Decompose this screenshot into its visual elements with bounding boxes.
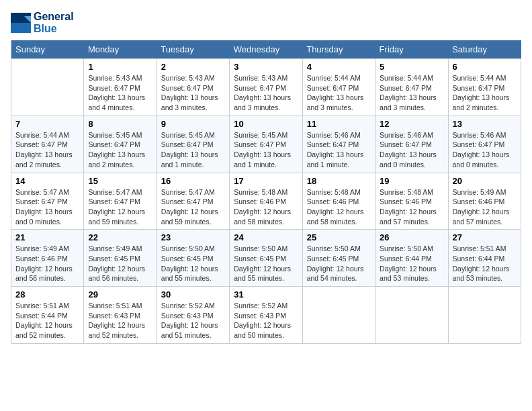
day-number: 5 — [380, 62, 443, 72]
day-info: Sunrise: 5:49 AMSunset: 6:46 PMDaylight:… — [453, 187, 517, 227]
week-row-5: 28Sunrise: 5:51 AMSunset: 6:44 PMDayligh… — [11, 287, 521, 344]
day-cell: 7Sunrise: 5:44 AMSunset: 6:47 PMDaylight… — [11, 116, 84, 173]
day-cell: 10Sunrise: 5:45 AMSunset: 6:47 PMDayligh… — [230, 116, 302, 173]
day-cell: 20Sunrise: 5:49 AMSunset: 6:46 PMDayligh… — [448, 173, 521, 230]
day-info: Sunrise: 5:44 AMSunset: 6:47 PMDaylight:… — [453, 73, 517, 113]
day-cell: 3Sunrise: 5:43 AMSunset: 6:47 PMDaylight… — [230, 59, 302, 116]
day-number: 21 — [15, 232, 79, 242]
col-header-sunday: Sunday — [11, 40, 84, 59]
day-number: 29 — [88, 289, 152, 300]
day-cell: 29Sunrise: 5:51 AMSunset: 6:43 PMDayligh… — [84, 287, 157, 344]
calendar-header-row: SundayMondayTuesdayWednesdayThursdayFrid… — [11, 40, 521, 59]
day-info: Sunrise: 5:45 AMSunset: 6:47 PMDaylight:… — [234, 130, 298, 170]
day-info: Sunrise: 5:48 AMSunset: 6:46 PMDaylight:… — [234, 187, 298, 227]
day-number: 4 — [307, 62, 371, 72]
day-cell: 1Sunrise: 5:43 AMSunset: 6:47 PMDaylight… — [84, 59, 157, 116]
day-number: 13 — [453, 119, 517, 129]
day-cell: 5Sunrise: 5:44 AMSunset: 6:47 PMDaylight… — [375, 59, 448, 116]
day-cell: 31Sunrise: 5:52 AMSunset: 6:43 PMDayligh… — [230, 287, 302, 344]
day-number: 9 — [161, 119, 225, 129]
day-info: Sunrise: 5:50 AMSunset: 6:45 PMDaylight:… — [307, 244, 371, 283]
day-info: Sunrise: 5:44 AMSunset: 6:47 PMDaylight:… — [15, 130, 79, 170]
day-number: 1 — [88, 62, 152, 72]
day-info: Sunrise: 5:44 AMSunset: 6:47 PMDaylight:… — [307, 73, 371, 113]
day-cell: 13Sunrise: 5:46 AMSunset: 6:47 PMDayligh… — [448, 116, 521, 173]
day-info: Sunrise: 5:48 AMSunset: 6:46 PMDaylight:… — [307, 187, 371, 227]
day-cell: 16Sunrise: 5:47 AMSunset: 6:47 PMDayligh… — [157, 173, 229, 230]
week-row-4: 21Sunrise: 5:49 AMSunset: 6:46 PMDayligh… — [11, 230, 521, 287]
day-cell — [11, 59, 84, 116]
day-info: Sunrise: 5:49 AMSunset: 6:45 PMDaylight:… — [88, 244, 152, 283]
week-row-1: 1Sunrise: 5:43 AMSunset: 6:47 PMDaylight… — [11, 59, 521, 116]
day-info: Sunrise: 5:46 AMSunset: 6:47 PMDaylight:… — [380, 130, 443, 170]
day-number: 17 — [234, 176, 298, 186]
day-cell: 21Sunrise: 5:49 AMSunset: 6:46 PMDayligh… — [11, 230, 84, 287]
week-row-3: 14Sunrise: 5:47 AMSunset: 6:47 PMDayligh… — [11, 173, 521, 230]
day-info: Sunrise: 5:49 AMSunset: 6:46 PMDaylight:… — [15, 244, 79, 283]
day-info: Sunrise: 5:43 AMSunset: 6:47 PMDaylight:… — [234, 73, 298, 113]
day-info: Sunrise: 5:50 AMSunset: 6:45 PMDaylight:… — [161, 244, 225, 283]
day-number: 25 — [307, 232, 371, 242]
day-number: 14 — [15, 176, 79, 186]
day-number: 12 — [380, 119, 443, 129]
day-cell: 24Sunrise: 5:50 AMSunset: 6:45 PMDayligh… — [230, 230, 302, 287]
day-cell — [448, 287, 521, 344]
day-info: Sunrise: 5:51 AMSunset: 6:44 PMDaylight:… — [15, 301, 79, 340]
day-cell: 6Sunrise: 5:44 AMSunset: 6:47 PMDaylight… — [448, 59, 521, 116]
day-number: 15 — [88, 176, 152, 186]
day-info: Sunrise: 5:45 AMSunset: 6:47 PMDaylight:… — [88, 130, 152, 170]
day-cell: 8Sunrise: 5:45 AMSunset: 6:47 PMDaylight… — [84, 116, 157, 173]
day-info: Sunrise: 5:51 AMSunset: 6:43 PMDaylight:… — [88, 301, 152, 340]
day-cell: 9Sunrise: 5:45 AMSunset: 6:47 PMDaylight… — [157, 116, 229, 173]
day-number: 19 — [380, 176, 443, 186]
day-info: Sunrise: 5:43 AMSunset: 6:47 PMDaylight:… — [88, 73, 152, 113]
day-number: 7 — [15, 119, 79, 129]
day-cell: 4Sunrise: 5:44 AMSunset: 6:47 PMDaylight… — [302, 59, 375, 116]
day-cell: 2Sunrise: 5:43 AMSunset: 6:47 PMDaylight… — [157, 59, 229, 116]
logo-text: General Blue — [34, 11, 74, 35]
day-cell: 12Sunrise: 5:46 AMSunset: 6:47 PMDayligh… — [375, 116, 448, 173]
week-row-2: 7Sunrise: 5:44 AMSunset: 6:47 PMDaylight… — [11, 116, 521, 173]
day-info: Sunrise: 5:50 AMSunset: 6:45 PMDaylight:… — [234, 244, 298, 283]
day-info: Sunrise: 5:47 AMSunset: 6:47 PMDaylight:… — [88, 187, 152, 227]
day-cell: 25Sunrise: 5:50 AMSunset: 6:45 PMDayligh… — [302, 230, 375, 287]
day-info: Sunrise: 5:48 AMSunset: 6:46 PMDaylight:… — [380, 187, 443, 227]
day-number: 6 — [453, 62, 517, 72]
day-cell: 28Sunrise: 5:51 AMSunset: 6:44 PMDayligh… — [11, 287, 84, 344]
day-cell — [302, 287, 375, 344]
day-number: 10 — [234, 119, 298, 129]
day-cell: 23Sunrise: 5:50 AMSunset: 6:45 PMDayligh… — [157, 230, 229, 287]
calendar-table: SundayMondayTuesdayWednesdayThursdayFrid… — [11, 40, 521, 344]
day-number: 22 — [88, 232, 152, 242]
day-cell: 17Sunrise: 5:48 AMSunset: 6:46 PMDayligh… — [230, 173, 302, 230]
day-number: 11 — [307, 119, 371, 129]
col-header-monday: Monday — [84, 40, 157, 59]
day-info: Sunrise: 5:52 AMSunset: 6:43 PMDaylight:… — [161, 301, 225, 340]
day-number: 27 — [453, 232, 517, 242]
day-number: 31 — [234, 289, 298, 300]
day-info: Sunrise: 5:50 AMSunset: 6:44 PMDaylight:… — [380, 244, 443, 283]
day-number: 24 — [234, 232, 298, 242]
logo: General Blue — [11, 11, 74, 35]
day-number: 20 — [453, 176, 517, 186]
day-cell: 26Sunrise: 5:50 AMSunset: 6:44 PMDayligh… — [375, 230, 448, 287]
day-number: 30 — [161, 289, 225, 300]
col-header-tuesday: Tuesday — [157, 40, 229, 59]
day-number: 28 — [15, 289, 79, 300]
page-header: General Blue — [11, 11, 521, 35]
day-number: 2 — [161, 62, 225, 72]
day-info: Sunrise: 5:47 AMSunset: 6:47 PMDaylight:… — [15, 187, 79, 227]
day-info: Sunrise: 5:44 AMSunset: 6:47 PMDaylight:… — [380, 73, 443, 113]
day-number: 16 — [161, 176, 225, 186]
day-info: Sunrise: 5:47 AMSunset: 6:47 PMDaylight:… — [161, 187, 225, 227]
day-number: 8 — [88, 119, 152, 129]
day-cell: 14Sunrise: 5:47 AMSunset: 6:47 PMDayligh… — [11, 173, 84, 230]
logo-icon — [11, 13, 31, 33]
col-header-wednesday: Wednesday — [230, 40, 302, 59]
day-cell: 30Sunrise: 5:52 AMSunset: 6:43 PMDayligh… — [157, 287, 229, 344]
day-cell: 18Sunrise: 5:48 AMSunset: 6:46 PMDayligh… — [302, 173, 375, 230]
day-info: Sunrise: 5:46 AMSunset: 6:47 PMDaylight:… — [453, 130, 517, 170]
day-info: Sunrise: 5:43 AMSunset: 6:47 PMDaylight:… — [161, 73, 225, 113]
day-info: Sunrise: 5:52 AMSunset: 6:43 PMDaylight:… — [234, 301, 298, 340]
day-cell: 11Sunrise: 5:46 AMSunset: 6:47 PMDayligh… — [302, 116, 375, 173]
